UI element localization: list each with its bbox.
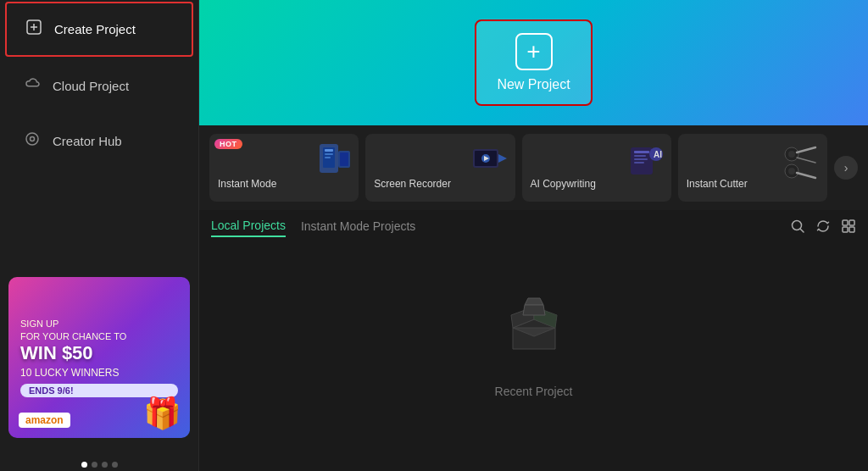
svg-rect-9 [325, 157, 331, 158]
tab-instant-mode-projects[interactable]: Instant Mode Projects [301, 219, 415, 236]
banner-win: WIN $50 [20, 343, 178, 363]
banner-amazon-logo: amazon [19, 413, 70, 428]
banner-dot-1[interactable] [81, 462, 87, 468]
svg-rect-19 [634, 155, 646, 157]
svg-rect-11 [340, 152, 348, 166]
svg-rect-36 [849, 227, 854, 232]
sidebar-item-cloud-project[interactable]: Cloud Project [5, 60, 193, 112]
main-content: + New Project HOT Instant Mode [199, 0, 868, 471]
svg-rect-18 [634, 151, 649, 153]
tab-local-projects[interactable]: Local Projects [211, 219, 286, 237]
sidebar-item-create-project[interactable]: Create Project [5, 2, 193, 57]
svg-rect-35 [843, 227, 848, 232]
tools-row: HOT Instant Mode [199, 125, 868, 210]
cloud-project-label: Cloud Project [53, 79, 129, 93]
svg-rect-21 [634, 162, 644, 163]
banner-dots [0, 455, 198, 471]
hero-section: + New Project [199, 0, 868, 125]
banner-dot-2[interactable] [92, 462, 97, 468]
svg-line-32 [801, 230, 804, 233]
tool-card-instant-mode[interactable]: HOT Instant Mode [209, 134, 359, 202]
svg-point-31 [793, 221, 802, 230]
svg-point-3 [26, 133, 38, 145]
layout-icon[interactable] [841, 219, 856, 237]
new-project-button[interactable]: + New Project [475, 19, 592, 106]
banner-lucky: 10 LUCKY WINNERS [20, 367, 178, 379]
svg-marker-42 [525, 298, 543, 305]
tool-card-instant-cutter[interactable]: Instant Cutter [678, 134, 827, 202]
tools-next-arrow[interactable]: › [834, 156, 858, 180]
tabs-row: Local Projects Instant Mode Projects [199, 210, 868, 242]
tool-card-ai-copywriting[interactable]: AI AI Copywriting [522, 134, 671, 202]
sidebar-item-creator-hub[interactable]: Creator Hub [5, 115, 193, 167]
search-icon[interactable] [790, 219, 805, 237]
empty-state: Recent Project [199, 242, 868, 471]
svg-point-25 [788, 151, 795, 158]
banner-dot-3[interactable] [102, 462, 108, 468]
svg-rect-7 [325, 149, 333, 152]
svg-rect-33 [843, 220, 848, 225]
instant-cutter-label: Instant Cutter [687, 178, 819, 190]
refresh-icon[interactable] [815, 219, 831, 237]
banner-dot-4[interactable] [112, 462, 118, 468]
creator-hub-label: Creator Hub [53, 134, 122, 148]
recent-project-label: Recent Project [495, 385, 573, 398]
banner-gift-icon: 🎁 [143, 396, 181, 431]
empty-box-icon [496, 290, 572, 371]
ai-copywriting-label: AI Copywriting [531, 178, 663, 190]
instant-mode-label: Instant Mode [218, 178, 350, 190]
svg-point-4 [31, 137, 35, 141]
hot-badge: HOT [214, 139, 242, 149]
svg-rect-8 [325, 153, 333, 155]
svg-text:AI: AI [654, 150, 662, 159]
tool-card-screen-recorder[interactable]: Screen Recorder [365, 134, 515, 202]
creator-hub-icon [22, 130, 42, 152]
svg-marker-16 [498, 154, 507, 163]
sidebar: Create Project Cloud Project Creator Hub… [0, 0, 199, 471]
screen-recorder-label: Screen Recorder [374, 178, 506, 190]
svg-point-27 [788, 168, 795, 175]
banner-for: FOR YOUR CHANCE TO [20, 330, 178, 343]
svg-line-28 [797, 147, 815, 152]
new-project-plus-icon: + [515, 33, 553, 70]
cloud-icon [22, 75, 42, 97]
banner-signup: SIGN UP [20, 318, 178, 330]
promo-banner: SIGN UP FOR YOUR CHANCE TO WIN $50 10 LU… [8, 277, 190, 438]
svg-line-30 [797, 158, 815, 163]
svg-marker-43 [523, 305, 545, 315]
svg-rect-34 [849, 220, 854, 225]
create-project-label: Create Project [54, 22, 136, 36]
arrow-icon: › [844, 161, 849, 175]
tabs-actions [790, 219, 856, 237]
svg-rect-20 [634, 158, 648, 160]
new-project-label: New Project [497, 77, 570, 92]
create-project-icon [24, 19, 44, 40]
